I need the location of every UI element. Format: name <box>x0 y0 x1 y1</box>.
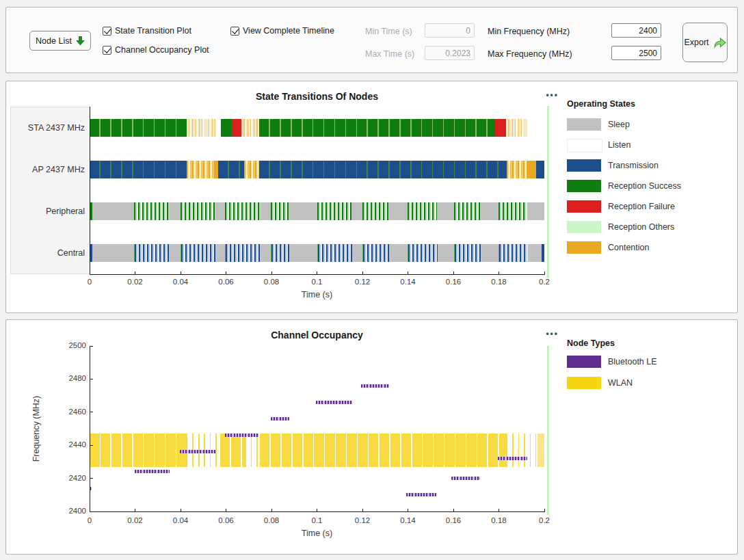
state-x-axis-label: Time (s) <box>90 290 544 299</box>
x-tick-label: 0.18 <box>482 278 516 286</box>
state-segment-red <box>232 119 241 137</box>
state-transitions-panel: State Transitions Of Nodes ••• STA 2437 … <box>5 81 738 313</box>
node-list-button[interactable]: Node List <box>29 31 91 51</box>
x-tick-mark <box>135 271 135 274</box>
y-tick-label: 2480 <box>57 374 86 382</box>
max-frequency-input[interactable] <box>611 46 661 60</box>
occupancy-x-axis-line <box>90 511 545 512</box>
state-segment-contention_mix_strong <box>507 161 527 178</box>
state-timeline-plot <box>90 107 544 274</box>
x-tick-label: 0.16 <box>436 516 470 524</box>
x-tick-mark <box>317 271 317 274</box>
bluetooth-le-segment <box>180 450 216 453</box>
state-segment-rx_cluster <box>362 202 389 220</box>
checkbox-state-transition-plot[interactable]: State Transition Plot <box>103 26 191 36</box>
state-segment-blue <box>90 244 92 262</box>
state-panel-title: State Transitions Of Nodes <box>90 91 544 102</box>
legend-label: Reception Failure <box>608 200 675 213</box>
state-segment-contention_mix <box>241 119 259 137</box>
x-tick-mark <box>499 271 499 274</box>
x-tick-mark <box>499 509 499 511</box>
checkbox-checked-icon <box>230 27 239 36</box>
checkbox-checked-icon <box>103 27 111 36</box>
bluetooth-le-segment <box>135 470 170 473</box>
export-button[interactable]: Export <box>682 23 728 62</box>
x-tick-mark <box>135 509 135 511</box>
x-tick-label: 0.1 <box>300 278 334 286</box>
max-frequency-label: Max Frequency (MHz) <box>488 49 590 59</box>
y-tick-mark <box>90 478 93 479</box>
legend-label: WLAN <box>608 377 633 389</box>
legend-swatch-reception-others <box>567 221 601 233</box>
x-tick-mark <box>544 271 545 274</box>
y-tick-mark <box>90 379 93 379</box>
x-tick-label: 0.18 <box>482 516 516 524</box>
checkbox-label: Channel Occupancy Plot <box>115 45 209 55</box>
state-segment-contention_mix <box>187 119 216 137</box>
x-tick-label: 0.04 <box>163 278 198 286</box>
state-segment-blue <box>542 244 544 262</box>
x-tick-label: 0.02 <box>118 278 152 286</box>
bluetooth-le-segment <box>271 417 289 421</box>
x-tick-label: 0.08 <box>254 278 289 286</box>
y-tick-mark <box>90 445 93 446</box>
node-list-button-label: Node List <box>36 36 72 46</box>
row-label: Central <box>11 248 85 259</box>
state-axes-options-button[interactable]: ••• <box>527 90 559 100</box>
legend-label: Transmission <box>608 159 659 172</box>
x-tick-mark <box>181 509 181 511</box>
x-tick-label: 0.14 <box>391 516 425 524</box>
occupancy-x-axis-label: Time (s) <box>90 529 544 538</box>
row-label: Peripheral <box>11 206 85 217</box>
state-segment-tx_cluster <box>499 244 528 262</box>
occupancy-plot-edge-line <box>547 346 549 515</box>
state-plot-edge-line <box>547 106 549 278</box>
state-segment-green <box>221 119 232 137</box>
min-frequency-input[interactable] <box>611 23 661 38</box>
x-tick-label: 0.12 <box>345 278 380 286</box>
x-tick-mark <box>226 271 226 274</box>
checkbox-label: View Complete Timeline <box>243 26 334 36</box>
wlan-band-segment-solid <box>220 434 245 466</box>
legend-swatch-bluetooth-le <box>567 356 601 368</box>
x-tick-mark <box>271 509 272 511</box>
x-tick-label: 0.16 <box>436 278 470 286</box>
max-time-input <box>425 46 475 60</box>
legend-label: Reception Success <box>608 180 681 192</box>
state-segment-tx_cluster <box>362 244 390 262</box>
y-tick-mark <box>90 412 93 412</box>
state-segment-rx_cluster <box>454 202 481 220</box>
x-tick-mark <box>362 271 363 274</box>
y-tick-label: 2400 <box>57 507 86 515</box>
x-tick-mark <box>408 509 408 511</box>
x-tick-label: 0.2 <box>527 516 561 524</box>
state-segment-tx_cluster <box>317 244 353 262</box>
state-segment-rx_cluster <box>317 202 352 220</box>
state-segment-blue <box>536 161 544 178</box>
occupancy-axes-options-button[interactable]: ••• <box>527 329 559 338</box>
state-segment-rx_cluster <box>408 202 437 220</box>
state-segment-tx_cluster <box>408 244 438 262</box>
wlan-band-segment-sparse <box>507 434 536 466</box>
checkbox-view-complete-timeline[interactable]: View Complete Timeline <box>230 26 334 36</box>
state-segment-contention_mix <box>506 119 527 137</box>
x-tick-mark <box>90 271 90 274</box>
checkbox-channel-occupancy-plot[interactable]: Channel Occupancy Plot <box>103 45 209 55</box>
checkbox-label: State Transition Plot <box>115 26 191 36</box>
state-segment-tx_cluster <box>181 244 217 262</box>
state-segment-tx_blocks <box>218 161 244 178</box>
y-tick-label: 2420 <box>57 474 86 482</box>
x-tick-label: 0 <box>72 278 107 286</box>
operating-states-legend-title: Operating States <box>567 99 635 109</box>
state-segment-rx_cluster <box>225 202 261 220</box>
state-segment-rx_blocks <box>259 119 495 137</box>
row-label: AP 2437 MHz <box>11 165 85 176</box>
state-segment-rx_cluster <box>271 202 289 220</box>
state-segment-tx_cluster <box>134 244 170 262</box>
x-tick-label: 0 <box>72 516 107 524</box>
x-tick-mark <box>453 509 454 511</box>
min-time-input <box>425 23 475 38</box>
x-tick-label: 0.04 <box>163 516 198 524</box>
x-tick-label: 0.08 <box>254 516 289 524</box>
x-tick-label: 0.12 <box>345 516 380 524</box>
